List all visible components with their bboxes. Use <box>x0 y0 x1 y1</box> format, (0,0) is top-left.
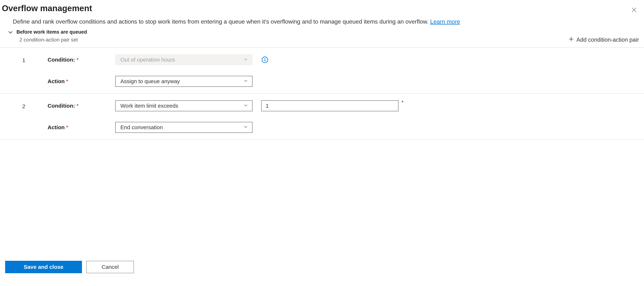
page-title: Overflow management <box>2 3 92 13</box>
limit-input-wrap: * <box>261 100 398 111</box>
pair-index: 1 <box>0 54 48 63</box>
svg-rect-2 <box>264 59 265 61</box>
condition-label-text: Condition: <box>48 57 75 63</box>
condition-field-row: Condition:* Work item limit exceeds * <box>48 100 398 111</box>
cancel-button[interactable]: Cancel <box>86 261 134 273</box>
panel-footer: Save and close Cancel <box>5 261 134 273</box>
section-header: Before work items are queued <box>0 28 644 35</box>
condition-label-text: Condition: <box>48 103 75 109</box>
action-label-text: Action <box>48 78 64 84</box>
plus-icon <box>568 36 574 43</box>
save-and-close-button[interactable]: Save and close <box>5 261 82 273</box>
panel-description: Define and rank overflow conditions and … <box>0 14 549 28</box>
section-toggle[interactable] <box>7 29 14 35</box>
condition-action-pair: 1 Condition:* Out of operation hours <box>0 48 644 94</box>
close-button[interactable] <box>630 5 638 14</box>
condition-info-button[interactable] <box>261 56 268 63</box>
overflow-management-panel: Overflow management Define and rank over… <box>0 0 644 286</box>
action-dropdown[interactable]: Assign to queue anyway <box>115 76 252 87</box>
required-asterisk: * <box>66 78 68 84</box>
section-sub-row: 2 condition-action pair set Add conditio… <box>0 35 644 47</box>
pair-index: 2 <box>0 100 48 109</box>
required-asterisk: * <box>76 57 79 63</box>
svg-point-1 <box>264 58 266 59</box>
required-asterisk: * <box>76 103 79 109</box>
condition-value: Out of operation hours <box>120 57 175 63</box>
condition-field-row: Condition:* Out of operation hours <box>48 54 268 65</box>
section-subtitle: 2 condition-action pair set <box>20 37 78 43</box>
action-label: Action* <box>48 124 115 130</box>
close-icon <box>631 7 637 13</box>
required-asterisk: * <box>66 124 68 130</box>
condition-label: Condition:* <box>48 103 115 109</box>
condition-value: Work item limit exceeds <box>120 103 178 109</box>
action-dropdown[interactable]: End conversation <box>115 122 252 133</box>
add-pair-label: Add condition-action pair <box>576 36 639 43</box>
chevron-down-icon <box>243 78 248 84</box>
action-value: End conversation <box>120 124 163 130</box>
info-icon <box>262 56 268 63</box>
chevron-down-icon <box>243 124 248 130</box>
description-text: Define and rank overflow conditions and … <box>13 18 430 25</box>
condition-dropdown: Out of operation hours <box>115 54 252 65</box>
required-asterisk: * <box>402 99 404 105</box>
pair-fields: Condition:* Work item limit exceeds * Ac… <box>48 100 398 133</box>
action-label-text: Action <box>48 124 64 130</box>
condition-action-pair: 2 Condition:* Work item limit exceeds * <box>0 94 644 140</box>
panel-header: Overflow management <box>0 0 644 14</box>
action-field-row: Action* End conversation <box>48 122 398 133</box>
condition-dropdown[interactable]: Work item limit exceeds <box>115 100 252 111</box>
action-field-row: Action* Assign to queue anyway <box>48 76 268 87</box>
learn-more-link[interactable]: Learn more <box>430 18 460 25</box>
chevron-down-icon <box>243 103 248 109</box>
action-value: Assign to queue anyway <box>120 78 180 84</box>
action-label: Action* <box>48 78 115 84</box>
pair-fields: Condition:* Out of operation hours <box>48 54 268 87</box>
chevron-down-icon <box>7 29 14 35</box>
section-title: Before work items are queued <box>16 29 87 35</box>
condition-label: Condition:* <box>48 57 115 63</box>
chevron-down-icon <box>243 57 248 63</box>
add-condition-action-pair-button[interactable]: Add condition-action pair <box>568 36 640 43</box>
work-item-limit-input[interactable] <box>261 100 398 111</box>
